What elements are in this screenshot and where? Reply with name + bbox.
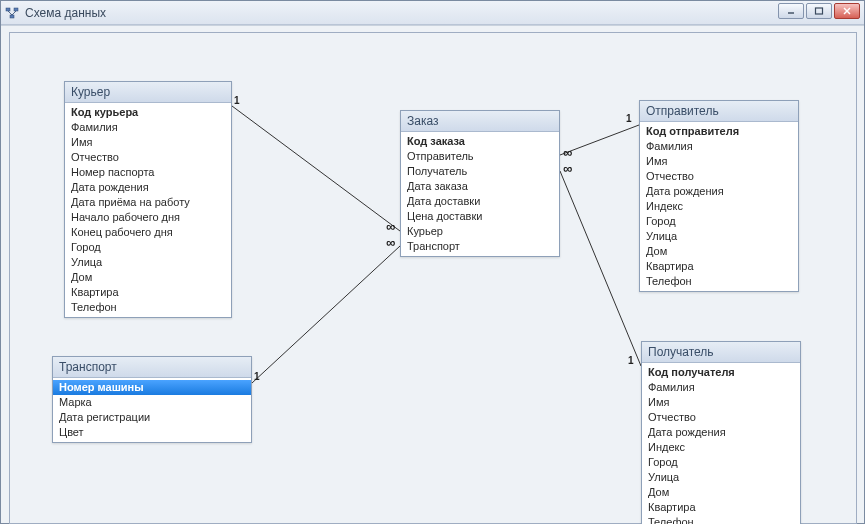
svg-rect-6: [816, 8, 823, 14]
entity-fields: Код курьераФамилияИмяОтчествоНомер паспо…: [65, 103, 231, 317]
entity-fields: Код отправителяФамилияИмяОтчествоДата ро…: [640, 122, 798, 291]
field[interactable]: Код отправителя: [640, 124, 798, 139]
field[interactable]: Телефон: [65, 300, 231, 315]
field[interactable]: Улица: [65, 255, 231, 270]
field[interactable]: Квартира: [65, 285, 231, 300]
relation-many-label: ∞: [563, 165, 572, 173]
field[interactable]: Телефон: [642, 515, 800, 524]
field[interactable]: Отчество: [65, 150, 231, 165]
window-buttons: [778, 3, 860, 19]
field[interactable]: Дата рождения: [642, 425, 800, 440]
close-button[interactable]: [834, 3, 860, 19]
field[interactable]: Номер машины: [53, 380, 251, 395]
field[interactable]: Имя: [642, 395, 800, 410]
entity-fields: Код заказаОтправительПолучательДата зака…: [401, 132, 559, 256]
svg-line-9: [232, 106, 400, 231]
field[interactable]: Марка: [53, 395, 251, 410]
entity-header[interactable]: Курьер: [65, 82, 231, 103]
field[interactable]: Квартира: [640, 259, 798, 274]
titlebar[interactable]: Схема данных: [1, 1, 864, 25]
field[interactable]: Отчество: [640, 169, 798, 184]
entity-header[interactable]: Транспорт: [53, 357, 251, 378]
field[interactable]: Дата приёма на работу: [65, 195, 231, 210]
relation-one-label: 1: [628, 355, 634, 366]
entity-fields: Номер машиныМаркаДата регистрацииЦвет: [53, 378, 251, 442]
relation-one-label: 1: [254, 371, 260, 382]
entity-order[interactable]: ЗаказКод заказаОтправительПолучательДата…: [400, 110, 560, 257]
field[interactable]: Дата рождения: [640, 184, 798, 199]
relation-one-label: 1: [626, 113, 632, 124]
relation-many-label: ∞: [386, 239, 395, 247]
svg-rect-0: [6, 8, 10, 11]
minimize-button[interactable]: [778, 3, 804, 19]
field[interactable]: Отправитель: [401, 149, 559, 164]
svg-rect-1: [14, 8, 18, 11]
maximize-button[interactable]: [806, 3, 832, 19]
field[interactable]: Получатель: [401, 164, 559, 179]
field[interactable]: Дата регистрации: [53, 410, 251, 425]
field[interactable]: Дата рождения: [65, 180, 231, 195]
diagram-area[interactable]: КурьерКод курьераФамилияИмяОтчествоНомер…: [9, 32, 857, 524]
entity-header[interactable]: Заказ: [401, 111, 559, 132]
svg-line-3: [8, 11, 12, 15]
field[interactable]: Дом: [640, 244, 798, 259]
svg-line-12: [560, 171, 641, 366]
entity-header[interactable]: Отправитель: [640, 101, 798, 122]
field[interactable]: Дата заказа: [401, 179, 559, 194]
field[interactable]: Курьер: [401, 224, 559, 239]
field[interactable]: Код получателя: [642, 365, 800, 380]
window-frame: Схема данных КурьерКод курьераФамилияИмя…: [0, 0, 865, 524]
field[interactable]: Цена доставки: [401, 209, 559, 224]
field[interactable]: Конец рабочего дня: [65, 225, 231, 240]
field[interactable]: Город: [642, 455, 800, 470]
entity-sender[interactable]: ОтправительКод отправителяФамилияИмяОтче…: [639, 100, 799, 292]
window-title: Схема данных: [25, 6, 106, 20]
field[interactable]: Фамилия: [65, 120, 231, 135]
field[interactable]: Имя: [65, 135, 231, 150]
field[interactable]: Имя: [640, 154, 798, 169]
field[interactable]: Дата доставки: [401, 194, 559, 209]
relationships-icon: [5, 6, 19, 20]
svg-line-4: [12, 11, 16, 15]
field[interactable]: Дом: [65, 270, 231, 285]
svg-rect-2: [10, 15, 14, 18]
field[interactable]: Отчество: [642, 410, 800, 425]
entity-fields: Код получателяФамилияИмяОтчествоДата рож…: [642, 363, 800, 524]
canvas[interactable]: КурьерКод курьераФамилияИмяОтчествоНомер…: [1, 25, 864, 523]
field[interactable]: Город: [65, 240, 231, 255]
entity-transport[interactable]: ТранспортНомер машиныМаркаДата регистрац…: [52, 356, 252, 443]
entity-recipient[interactable]: ПолучательКод получателяФамилияИмяОтчест…: [641, 341, 801, 524]
field[interactable]: Телефон: [640, 274, 798, 289]
relation-many-label: ∞: [386, 223, 395, 231]
relation-one-label: 1: [234, 95, 240, 106]
field[interactable]: Город: [640, 214, 798, 229]
field[interactable]: Дом: [642, 485, 800, 500]
entity-header[interactable]: Получатель: [642, 342, 800, 363]
field[interactable]: Квартира: [642, 500, 800, 515]
field[interactable]: Начало рабочего дня: [65, 210, 231, 225]
field[interactable]: Улица: [642, 470, 800, 485]
field[interactable]: Фамилия: [640, 139, 798, 154]
field[interactable]: Фамилия: [642, 380, 800, 395]
field[interactable]: Индекс: [642, 440, 800, 455]
field[interactable]: Транспорт: [401, 239, 559, 254]
field[interactable]: Цвет: [53, 425, 251, 440]
field[interactable]: Код заказа: [401, 134, 559, 149]
relation-many-label: ∞: [563, 149, 572, 157]
svg-line-10: [252, 246, 400, 383]
field[interactable]: Номер паспорта: [65, 165, 231, 180]
field[interactable]: Улица: [640, 229, 798, 244]
field[interactable]: Код курьера: [65, 105, 231, 120]
entity-courier[interactable]: КурьерКод курьераФамилияИмяОтчествоНомер…: [64, 81, 232, 318]
field[interactable]: Индекс: [640, 199, 798, 214]
